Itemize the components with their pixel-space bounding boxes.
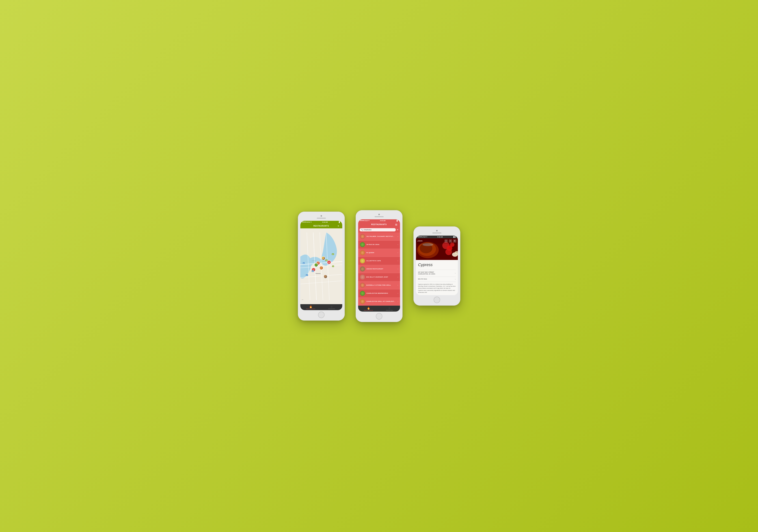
- chevron-icon-8: ›: [398, 301, 398, 302]
- svg-text:Legal: Legal: [302, 299, 303, 300]
- home-button-2[interactable]: [376, 313, 382, 319]
- restaurant-name-7: CHARLESTON BEERWORKS: [366, 292, 396, 294]
- signal-dot: [305, 222, 306, 222]
- list-item[interactable]: CHARLESTON GRILL AT CHARLEST... ›: [358, 297, 400, 306]
- address-row[interactable]: 167 EAST BAY STREET CHARLESTON, SC 29401…: [418, 270, 456, 277]
- carrier-2: AT&T: [365, 220, 368, 221]
- list-item[interactable]: ALLUETTE'S CAFE ›: [358, 257, 400, 265]
- list-item[interactable]: 82 QUEEN ›: [358, 249, 400, 257]
- restaurant-thumb-6: [360, 283, 365, 288]
- map-svg: Calhoun St. 43 3: [300, 228, 342, 304]
- svg-text:Charleston: Charleston: [316, 273, 321, 274]
- detail-body: Cypress 167 EAST BAY STREET CHARLESTON, …: [416, 260, 458, 295]
- carrier-3: AT&T: [423, 236, 426, 238]
- nav-title-2: RESTAURANTS: [364, 223, 394, 225]
- status-right-3: ▐▌▌: [453, 236, 456, 238]
- nav-title-1: RESTAURANTS: [306, 225, 336, 227]
- phone-1: AT&T ▾ 9:42 AM ▐▌ RESTAURANTS ≡: [298, 212, 345, 320]
- restaurant-name-6: BURWELL'S STONE FIRE GRILL: [366, 284, 396, 286]
- status-bar-1: AT&T ▾ 9:42 AM ▐▌: [300, 221, 342, 223]
- home-button-3[interactable]: [433, 297, 440, 303]
- restaurant-name-2: 82 QUEEN: [366, 252, 396, 253]
- nav-bar-1: RESTAURANTS ≡: [300, 223, 342, 228]
- detail-nav: ‹ BACK f t ★: [416, 238, 458, 244]
- restaurant-thumb-3: [360, 258, 365, 263]
- map-toggle-icon[interactable]: ⊞: [394, 223, 398, 226]
- social-buttons: f t ★: [444, 239, 456, 243]
- list-item[interactable]: ANSON RESTAURANT ›: [358, 265, 400, 273]
- signal-dot: [360, 220, 361, 221]
- back-button[interactable]: ‹ BACK: [417, 240, 423, 242]
- list-item[interactable]: CHARLESTON BEERWORKS ›: [358, 289, 400, 297]
- status-left-3: AT&T ▾: [418, 236, 427, 238]
- restaurant-list: 181 PALMER, CULINARY INSTITUT... › 39 RU…: [358, 233, 400, 306]
- tab-restaurants-label-1: RESTAURANTS: [306, 308, 315, 310]
- tab-restaurants-1[interactable]: 🔥 RESTAURANTS: [300, 304, 321, 310]
- facebook-icon: f: [446, 240, 446, 242]
- star-icon-1: ☆: [330, 305, 333, 308]
- camera-2: [378, 214, 380, 215]
- signal-dot: [303, 222, 304, 222]
- speaker-3: [432, 233, 441, 233]
- signal-dot: [419, 237, 419, 237]
- status-right-2: ▐▌: [396, 220, 398, 221]
- fire-icon-1: 🔥: [309, 305, 312, 308]
- restaurant-hero-image: ‹ BACK f t ★: [416, 238, 458, 260]
- restaurant-thumb-4: [360, 266, 365, 272]
- tab-favorites-1[interactable]: ☆ FAVORITES: [321, 304, 342, 310]
- signal-dot: [418, 237, 419, 237]
- restaurant-description: Cypress opened in 2001 in a historic two…: [418, 282, 456, 293]
- list-item[interactable]: BIG BILLY'S BURGER JOINT ›: [358, 273, 400, 281]
- restaurant-thumb-8: [360, 299, 365, 304]
- tab-favorites-2[interactable]: ☆ FAVORITES: [379, 306, 400, 312]
- search-clear-button[interactable]: ✕: [396, 228, 398, 231]
- status-bar-3: AT&T ▾ 9:46 AM ▐▌▌: [416, 236, 458, 238]
- restaurant-name-4: ANSON RESTAURANT: [366, 268, 396, 270]
- facebook-button[interactable]: f: [444, 239, 448, 243]
- restaurant-thumb-0: [360, 234, 365, 239]
- search-input[interactable]: 🔍 Charleston: [360, 228, 396, 231]
- chevron-icon-5: ›: [398, 276, 398, 278]
- svg-text:52: 52: [332, 254, 333, 255]
- twitter-button[interactable]: t: [449, 239, 452, 243]
- list-item[interactable]: BURWELL'S STONE FIRE GRILL ›: [358, 281, 400, 289]
- phone-2: AT&T ▾ 9:45 AM ▐▌ RESTAURANTS ⊞ 🔍 Charle…: [356, 210, 402, 322]
- speaker-2: [375, 216, 384, 217]
- status-bar-2: AT&T ▾ 9:45 AM ▐▌: [358, 219, 400, 222]
- restaurant-name-8: CHARLESTON GRILL AT CHARLEST...: [366, 301, 396, 302]
- home-button-1[interactable]: [318, 312, 325, 318]
- tab-bar-1: 🔥 RESTAURANTS ☆ FAVORITES: [300, 304, 342, 310]
- svg-text:3: 3: [313, 269, 314, 270]
- camera-3: [436, 230, 438, 231]
- svg-text:78: 78: [326, 260, 327, 261]
- map-view[interactable]: Calhoun St. 43 3: [300, 228, 342, 304]
- chevron-icon-2: ›: [398, 252, 398, 254]
- fire-icon-2: 🔥: [367, 307, 370, 310]
- bookmark-button[interactable]: ★: [453, 239, 456, 243]
- list-item[interactable]: 181 PALMER, CULINARY INSTITUT... ›: [358, 233, 400, 241]
- signal-dot: [304, 222, 305, 222]
- time-3: 9:46 AM: [437, 236, 443, 238]
- battery-label-1: ▐▌: [338, 221, 340, 223]
- address-line1: 167 EAST BAY STREET: [418, 271, 435, 273]
- restaurant-detail-title: Cypress: [418, 262, 456, 267]
- signal-dot: [362, 220, 363, 221]
- battery-label-2: ▐▌: [396, 220, 398, 221]
- time-2: 9:45 AM: [380, 220, 385, 221]
- restaurant-name-0: 181 PALMER, CULINARY INSTITUT...: [366, 236, 396, 237]
- phone-row[interactable]: 843-727-0111 ›: [418, 277, 456, 282]
- star-icon-2: ☆: [388, 307, 391, 310]
- status-left-1: AT&T ▾: [302, 221, 312, 223]
- restaurant-thumb-7: [360, 291, 365, 296]
- tab-restaurants-label-2: RESTAURANTS: [364, 310, 373, 311]
- signal-dot: [421, 237, 422, 237]
- address-chevron-icon: ›: [455, 272, 456, 274]
- hamburger-menu-icon[interactable]: ≡: [336, 224, 340, 227]
- signal-dot: [361, 220, 362, 221]
- list-item[interactable]: 39 RUE DE JEAN ›: [358, 241, 400, 249]
- tab-restaurants-2[interactable]: 🔥 RESTAURANTS: [358, 306, 379, 312]
- svg-text:43: 43: [328, 262, 329, 263]
- carrier-1: AT&T: [307, 221, 311, 223]
- signal-dots-1: [302, 222, 306, 222]
- nav-bar-2: RESTAURANTS ⊞: [358, 222, 400, 227]
